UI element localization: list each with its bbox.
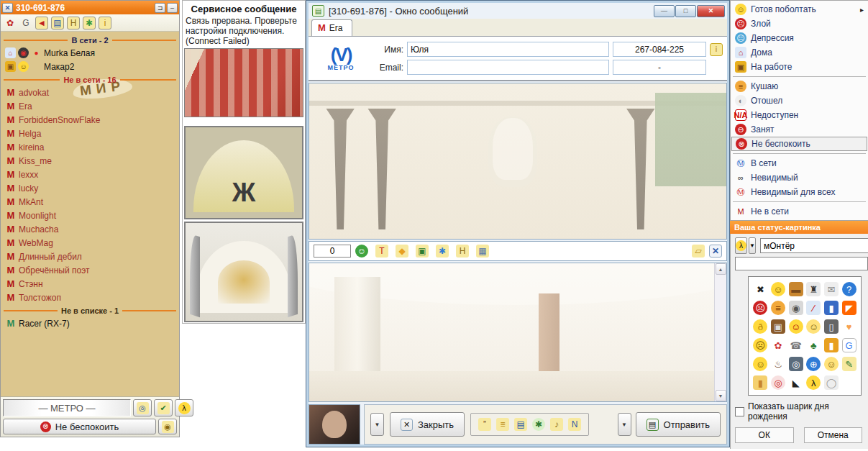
birthday-balloon-checkbox[interactable] xyxy=(735,407,744,416)
cancel-button[interactable]: Отмена xyxy=(804,427,863,443)
restore-button[interactable]: □ xyxy=(675,5,696,17)
separator[interactable] xyxy=(733,201,866,202)
status-dnd[interactable]: ⊗ Не беспокоить xyxy=(731,137,867,151)
contact-row[interactable]: М Racer (RX-7) xyxy=(1,316,179,330)
ok-button[interactable]: ОК xyxy=(735,427,794,443)
notinlist-group-header[interactable]: Не в списке - 1 xyxy=(1,304,179,316)
contact-row[interactable]: М lucky xyxy=(1,181,179,195)
status-text-input[interactable] xyxy=(3,399,131,416)
contact-row[interactable]: М Helga xyxy=(1,127,179,140)
contact-row[interactable]: М advokat xyxy=(1,86,179,99)
pic-coffee[interactable]: ♨ xyxy=(771,357,785,371)
contact-row[interactable]: М kireina xyxy=(1,140,179,154)
pic-thermometer[interactable]: ∕ xyxy=(806,301,821,315)
status-ready-to-chat[interactable]: ☺ Готов поболтать ▸ xyxy=(731,2,867,17)
connections-error-icon[interactable]: G xyxy=(19,17,32,29)
contact-row[interactable]: М Длинный дебил xyxy=(1,250,179,263)
contact-row[interactable]: М WebMag xyxy=(1,236,179,250)
tools-wrench-icon[interactable]: ✱ xyxy=(532,418,545,431)
pic-burger[interactable]: ≡ xyxy=(771,301,785,315)
tab-era[interactable]: М Era xyxy=(311,19,352,36)
notes-icon[interactable]: N xyxy=(568,418,581,431)
contact-list-view-icon[interactable]: ▤ xyxy=(51,17,64,29)
save-icon[interactable]: ▣ xyxy=(416,245,429,258)
pic-gamepad[interactable]: ◎ xyxy=(789,357,803,371)
status-at-work[interactable]: ▣ На работе xyxy=(731,60,867,74)
flower-icon[interactable]: ✿ xyxy=(4,17,17,29)
user-info-icon[interactable]: i xyxy=(710,43,723,56)
pic-worker[interactable]: λ xyxy=(806,375,821,390)
contact-row[interactable]: М ForbiddenSnowFlake xyxy=(1,113,179,127)
contact-row[interactable]: М Era xyxy=(1,99,179,113)
status-na[interactable]: N/A Недоступен xyxy=(731,108,867,122)
mute-icon[interactable]: ◄ xyxy=(35,17,48,29)
contact-list-titlebar[interactable]: ✕ 310-691-876 ⊐ – xyxy=(1,1,179,14)
pic-crying[interactable]: ☹ xyxy=(753,338,767,352)
status-picture-dropdown[interactable]: ▼ xyxy=(749,237,756,254)
pic-car[interactable]: ♜ xyxy=(806,282,821,296)
color-fill-icon[interactable]: ◆ xyxy=(396,245,408,258)
status-offline[interactable]: М Не в сети xyxy=(731,204,867,219)
contact-row[interactable]: М Moonlight xyxy=(1,209,179,222)
name-field[interactable] xyxy=(407,42,609,57)
status-angry[interactable]: ☹ Злой xyxy=(731,17,867,31)
pic-cannabis[interactable]: ♣ xyxy=(806,338,821,352)
image-wizard-icon[interactable]: ▦ xyxy=(476,245,489,258)
contact-row[interactable]: ⌂ ◉ ● Murka Белая xyxy=(1,46,179,60)
history-icon[interactable]: H xyxy=(67,17,80,29)
input-scrollbar[interactable]: ▲ ▼ xyxy=(714,263,726,401)
send-options-dropdown[interactable]: ▼ xyxy=(618,413,631,436)
select-page-icon[interactable]: ▤ xyxy=(514,418,527,431)
pic-sleepy-lamp[interactable]: ☺ xyxy=(806,319,821,334)
status-busy[interactable]: ⊖ Занят xyxy=(731,122,867,137)
info-icon[interactable]: i xyxy=(99,17,111,29)
minimize-button[interactable]: — xyxy=(654,5,675,17)
contact-row[interactable]: М Обречённый поэт xyxy=(1,263,179,277)
close-conversation-button[interactable]: ✕ Закрыть xyxy=(390,412,465,437)
contact-row[interactable]: М Толстожоп xyxy=(1,291,179,304)
separator[interactable] xyxy=(733,153,866,154)
contact-row[interactable]: М Стэнн xyxy=(1,277,179,291)
pic-phone-gray[interactable]: ☎ xyxy=(789,338,803,352)
close-button[interactable]: ✕ xyxy=(697,5,725,17)
pic-tickets[interactable]: ✉ xyxy=(824,282,839,296)
pic-duck[interactable]: ð xyxy=(753,319,767,334)
status-invisible[interactable]: ∞ Невидимый xyxy=(731,170,867,185)
scroll-up-icon[interactable]: ▲ xyxy=(716,263,726,275)
settings-wrench-icon[interactable]: ✱ xyxy=(83,17,96,29)
pic-rambler[interactable]: ◤ xyxy=(842,301,856,315)
uin-field[interactable] xyxy=(613,42,706,57)
pic-google[interactable]: G xyxy=(842,338,856,352)
dnd-status-button[interactable]: ⊗ Не беспокоить xyxy=(3,419,156,434)
pic-shower-smiley[interactable]: ☺ xyxy=(771,282,785,296)
eye-button[interactable]: ◉ xyxy=(158,419,177,434)
pic-heart[interactable]: ♥ xyxy=(842,319,856,334)
templates-icon[interactable]: ≡ xyxy=(496,418,509,431)
pic-sleepy-pillow[interactable]: ☺ xyxy=(824,357,839,371)
message-input-area[interactable]: ▲ ▼ xyxy=(309,263,727,402)
status-depression[interactable]: ☹ Депрессия xyxy=(731,31,867,45)
pic-fruits[interactable]: ✿ xyxy=(771,338,785,352)
pic-battery[interactable]: ▮ xyxy=(824,338,839,352)
contact-row[interactable]: М lexxx xyxy=(1,168,179,181)
history-icon[interactable]: H xyxy=(456,245,469,258)
status-eating[interactable]: ≡ Кушаю xyxy=(731,79,867,94)
emoticons-icon[interactable]: ☺ xyxy=(355,245,368,258)
pic-notepad[interactable]: ✎ xyxy=(842,357,856,371)
font-icon[interactable]: T xyxy=(375,245,388,258)
pic-target[interactable]: ◎ xyxy=(771,375,785,390)
pic-none[interactable]: ✖ xyxy=(753,282,767,296)
online-group-header[interactable]: В сети - 2 xyxy=(1,34,179,46)
status-invisible-all[interactable]: Ⓜ Невидимый для всех xyxy=(731,185,867,199)
pic-briefcase[interactable]: ▬ xyxy=(789,282,803,296)
contact-row[interactable]: М Kiss_me xyxy=(1,154,179,168)
current-status-picture-button[interactable]: λ xyxy=(735,237,747,254)
pic-tongue-smiley[interactable]: ☺ xyxy=(789,319,803,334)
pic-beer[interactable]: ▮ xyxy=(753,375,767,390)
char-counter-field[interactable] xyxy=(314,245,351,258)
separator[interactable] xyxy=(733,76,866,77)
status-picture-name-input[interactable] xyxy=(760,238,868,253)
scroll-down-icon[interactable]: ▼ xyxy=(716,390,726,401)
pic-grad-cap[interactable]: ◣ xyxy=(789,375,803,390)
dock-icon[interactable]: ⊐ xyxy=(155,3,165,13)
